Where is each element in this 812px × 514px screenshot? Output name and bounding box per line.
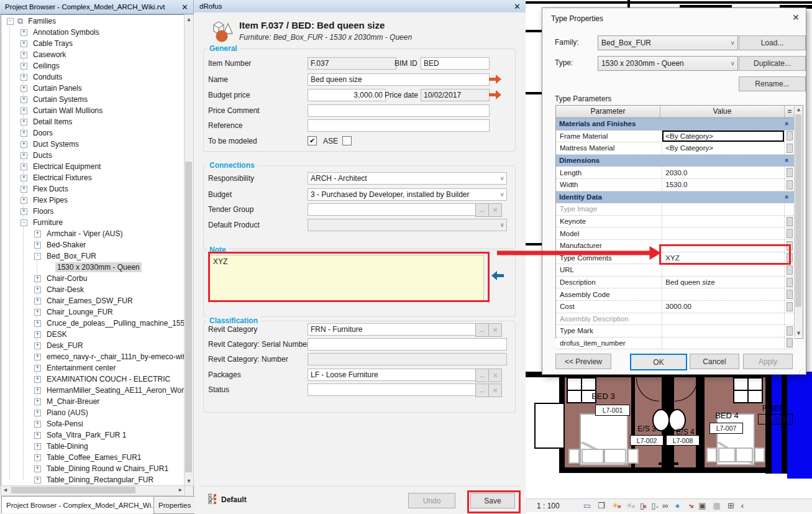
- tree-item-desk-fur[interactable]: +Desk_FUR: [34, 340, 85, 351]
- param-value[interactable]: <By Category>: [662, 142, 784, 154]
- status-clear-button[interactable]: ✕: [488, 383, 502, 397]
- serial-number-field[interactable]: [308, 338, 507, 351]
- expand-icon[interactable]: +: [34, 342, 41, 349]
- param-value[interactable]: [662, 227, 784, 239]
- tree-item-chair-corbu[interactable]: +Chair-Corbu: [34, 273, 89, 284]
- tab-properties[interactable]: Properties: [153, 496, 201, 514]
- scrollbar-thumb[interactable]: [185, 162, 192, 472]
- associate-parameter-button[interactable]: [787, 131, 793, 140]
- scroll-down-icon[interactable]: ▼: [185, 477, 193, 485]
- temporary-hide-isolate-icon[interactable]: ∞: [662, 502, 668, 510]
- show-crop-region-icon[interactable]: ▯•: [651, 502, 655, 510]
- reveal-constraints-icon[interactable]: ⊞: [728, 502, 734, 510]
- to-be-modeled-checkbox[interactable]: ✔: [308, 136, 317, 145]
- reference-field[interactable]: [308, 119, 490, 132]
- collapse-chevron-icon[interactable]: «: [783, 158, 791, 162]
- ok-button[interactable]: OK: [630, 354, 687, 370]
- item-number-field[interactable]: F.037: [308, 57, 396, 70]
- tree-item-cruce-de-poleas-pulling-machine-1550[interactable]: +Cruce_de_poleas__Pulling_machine_1550(: [34, 318, 185, 329]
- revit-category-browse-button[interactable]: …: [475, 323, 489, 337]
- expand-icon[interactable]: +: [34, 365, 41, 372]
- resize-grip[interactable]: ⋰: [798, 367, 805, 373]
- param-value[interactable]: [662, 203, 784, 215]
- room-tag[interactable]: L7-007: [709, 423, 743, 434]
- expand-icon[interactable]: +: [34, 320, 41, 327]
- tree-item-table-dining-round-w-chairs-fur1[interactable]: +Table_Dining Round w Chairs_FUR1: [34, 463, 170, 474]
- tree-item-doors[interactable]: +Doors: [21, 127, 55, 139]
- tree-item-bed-shaker[interactable]: +Bed-Shaker: [34, 239, 88, 250]
- tree-item-cable-trays[interactable]: +Cable Trays: [21, 38, 75, 49]
- expand-icon[interactable]: +: [21, 163, 27, 170]
- tree-item-emeco-navy-r-chair-111n-by-emeco-wit[interactable]: +emeco_navy-r-_chair_111n_by-emeco-wit: [34, 351, 185, 362]
- tree-item-ducts[interactable]: +Ducts: [21, 150, 54, 161]
- scroll-up-icon[interactable]: ▲: [185, 16, 193, 23]
- tree-item-chair-eames-dsw-fur[interactable]: +Chair_Eames_DSW_FUR: [34, 295, 135, 306]
- collapse-chevron-icon[interactable]: «: [783, 122, 791, 126]
- project-browser-titlebar[interactable]: Project Browser - Complex_Model_ARCH_Wik…: [0, 0, 193, 14]
- expand-icon[interactable]: +: [21, 197, 27, 204]
- tree-item-families[interactable]: -⧉Families: [7, 16, 58, 27]
- expand-icon[interactable]: +: [21, 152, 27, 159]
- tree-item-table-dining[interactable]: +Table-Dining: [34, 441, 90, 452]
- expand-icon[interactable]: +: [34, 466, 41, 472]
- associate-parameter-button[interactable]: [787, 144, 793, 153]
- bim-id-field[interactable]: BED: [421, 57, 490, 70]
- tree-item-table-dining-rectangular-fur[interactable]: +Table_Dining_Rectangular_FUR: [34, 474, 155, 485]
- tree-item-1530-x-2030mm-queen[interactable]: 1530 x 2030mm - Queen: [55, 262, 142, 273]
- tree-item-curtain-panels[interactable]: +Curtain Panels: [21, 83, 84, 94]
- revit-category-field[interactable]: FRN - Furniture: [308, 323, 479, 336]
- worksharing-display-icon[interactable]: ◔✕: [687, 502, 691, 510]
- sun-path-icon[interactable]: ☀✕: [612, 502, 619, 510]
- expand-icon[interactable]: +: [34, 410, 41, 416]
- column-value[interactable]: Value: [660, 106, 785, 117]
- expand-icon[interactable]: +: [21, 52, 27, 58]
- tree-item-m-chair-breuer[interactable]: +M_Chair-Breuer: [34, 396, 101, 407]
- expand-icon[interactable]: +: [34, 387, 41, 394]
- room-tag[interactable]: L7-008: [666, 435, 700, 446]
- expand-icon[interactable]: +: [34, 231, 41, 237]
- collapse-icon[interactable]: -: [7, 18, 14, 25]
- associate-parameter-button[interactable]: [787, 278, 793, 287]
- room-tag[interactable]: L7-023: [758, 414, 793, 425]
- tree-item-ceilings[interactable]: +Ceilings: [21, 60, 62, 71]
- collapse-icon[interactable]: -: [21, 219, 27, 226]
- param-section-identity-data[interactable]: Identity Data«: [556, 191, 794, 204]
- rename-button[interactable]: Rename...: [739, 76, 806, 91]
- expand-icon[interactable]: +: [34, 275, 41, 282]
- tree-item-duct-systems[interactable]: +Duct Systems: [21, 139, 81, 150]
- default-product-select[interactable]: ˅: [308, 219, 507, 231]
- param-value[interactable]: [662, 337, 784, 349]
- expand-icon[interactable]: +: [21, 85, 27, 92]
- drofus-titlebar[interactable]: dRofus ✕: [194, 0, 526, 13]
- expand-icon[interactable]: +: [34, 376, 41, 383]
- analytical-model-icon[interactable]: ▦: [713, 502, 721, 510]
- price-date-field[interactable]: 10/02/2017: [421, 89, 490, 101]
- expand-icon[interactable]: +: [34, 309, 41, 316]
- tree-item-detail-items[interactable]: +Detail Items: [21, 116, 74, 127]
- tree-item-armchair-viper-aus[interactable]: +Armchair - Viper (AUS): [34, 228, 124, 239]
- expand-icon[interactable]: +: [21, 63, 27, 70]
- view-scale-button[interactable]: 1 : 100: [537, 502, 560, 510]
- expand-icon[interactable]: +: [21, 119, 27, 126]
- associate-parameter-button[interactable]: [787, 302, 793, 311]
- tab-project-browser[interactable]: Project Browser - Complex_Model_ARCH_Wi.…: [1, 496, 162, 513]
- table-vertical-scrollbar[interactable]: ▲ ▼: [794, 106, 803, 337]
- associate-parameter-button[interactable]: [787, 265, 793, 275]
- associate-parameter-button[interactable]: [787, 180, 793, 190]
- budget-select[interactable]: 3 - Purchased by Developer, installed by…: [308, 188, 507, 201]
- load-button[interactable]: Load...: [739, 35, 806, 50]
- apply-button[interactable]: Apply: [743, 354, 793, 369]
- expand-icon[interactable]: +: [21, 40, 27, 47]
- tree-item-chair-desk[interactable]: +Chair-Desk: [34, 284, 86, 295]
- expand-icon[interactable]: +: [34, 354, 41, 360]
- type-select[interactable]: 1530 x 2030mm - Queen ˅: [598, 56, 738, 71]
- reveal-hidden-elements-icon[interactable]: ●: [675, 502, 680, 510]
- tender-group-browse-button[interactable]: …: [475, 203, 489, 217]
- tree-item-flex-ducts[interactable]: +Flex Ducts: [21, 183, 70, 195]
- undo-button[interactable]: Undo: [408, 493, 455, 508]
- tree-item-electrical-equipment[interactable]: +Electrical Equipment: [21, 161, 103, 172]
- close-icon[interactable]: ✕: [181, 2, 188, 12]
- tree-vertical-scrollbar[interactable]: ▲ ▼: [184, 14, 194, 486]
- crop-view-icon[interactable]: ▯✕: [640, 502, 644, 510]
- visual-style-icon[interactable]: ❒: [598, 502, 605, 510]
